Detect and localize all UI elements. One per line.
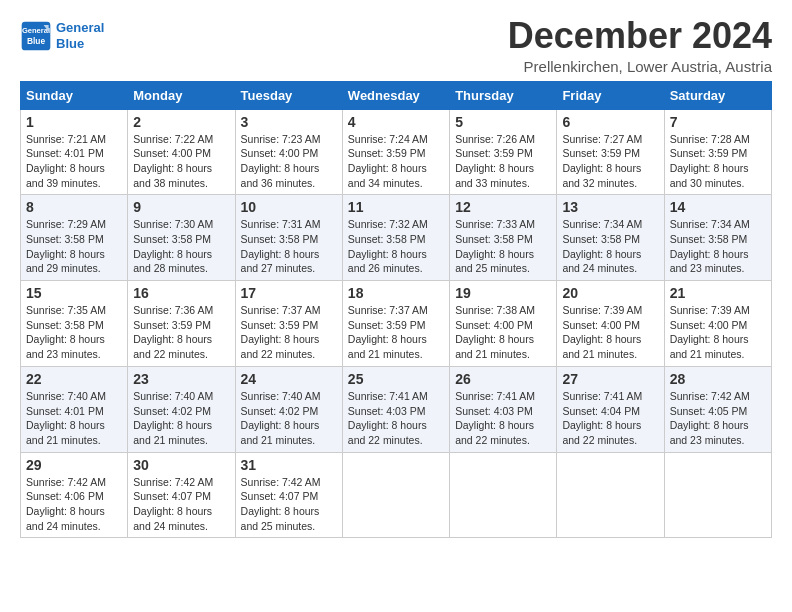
day-number: 11 [348,199,444,215]
day-info: Sunrise: 7:28 AMSunset: 3:59 PMDaylight:… [670,132,766,191]
weekday-header-monday: Monday [128,81,235,109]
day-number: 12 [455,199,551,215]
calendar-cell: 18Sunrise: 7:37 AMSunset: 3:59 PMDayligh… [342,281,449,367]
day-info: Sunrise: 7:42 AMSunset: 4:05 PMDaylight:… [670,389,766,448]
day-info: Sunrise: 7:40 AMSunset: 4:02 PMDaylight:… [241,389,337,448]
day-info: Sunrise: 7:34 AMSunset: 3:58 PMDaylight:… [562,217,658,276]
calendar-week-row: 29Sunrise: 7:42 AMSunset: 4:06 PMDayligh… [21,452,772,538]
day-info: Sunrise: 7:40 AMSunset: 4:02 PMDaylight:… [133,389,229,448]
calendar-cell: 13Sunrise: 7:34 AMSunset: 3:58 PMDayligh… [557,195,664,281]
calendar-cell: 25Sunrise: 7:41 AMSunset: 4:03 PMDayligh… [342,366,449,452]
day-number: 3 [241,114,337,130]
calendar-header: SundayMondayTuesdayWednesdayThursdayFrid… [21,81,772,109]
logo-icon: General Blue [20,20,52,52]
logo: General Blue General Blue [20,20,104,52]
calendar-cell [342,452,449,538]
title-block: December 2024 Prellenkirchen, Lower Aust… [508,16,772,75]
day-number: 24 [241,371,337,387]
day-info: Sunrise: 7:39 AMSunset: 4:00 PMDaylight:… [562,303,658,362]
day-info: Sunrise: 7:32 AMSunset: 3:58 PMDaylight:… [348,217,444,276]
day-number: 21 [670,285,766,301]
day-number: 10 [241,199,337,215]
day-number: 13 [562,199,658,215]
calendar-cell: 28Sunrise: 7:42 AMSunset: 4:05 PMDayligh… [664,366,771,452]
logo-text: General Blue [56,20,104,51]
day-number: 26 [455,371,551,387]
calendar-cell: 17Sunrise: 7:37 AMSunset: 3:59 PMDayligh… [235,281,342,367]
calendar-cell: 26Sunrise: 7:41 AMSunset: 4:03 PMDayligh… [450,366,557,452]
weekday-header-thursday: Thursday [450,81,557,109]
calendar-cell: 1Sunrise: 7:21 AMSunset: 4:01 PMDaylight… [21,109,128,195]
calendar-cell: 5Sunrise: 7:26 AMSunset: 3:59 PMDaylight… [450,109,557,195]
day-info: Sunrise: 7:35 AMSunset: 3:58 PMDaylight:… [26,303,122,362]
calendar-week-row: 22Sunrise: 7:40 AMSunset: 4:01 PMDayligh… [21,366,772,452]
day-info: Sunrise: 7:39 AMSunset: 4:00 PMDaylight:… [670,303,766,362]
day-info: Sunrise: 7:40 AMSunset: 4:01 PMDaylight:… [26,389,122,448]
day-number: 8 [26,199,122,215]
day-number: 16 [133,285,229,301]
calendar-week-row: 15Sunrise: 7:35 AMSunset: 3:58 PMDayligh… [21,281,772,367]
calendar-cell: 15Sunrise: 7:35 AMSunset: 3:58 PMDayligh… [21,281,128,367]
day-info: Sunrise: 7:29 AMSunset: 3:58 PMDaylight:… [26,217,122,276]
weekday-header-row: SundayMondayTuesdayWednesdayThursdayFrid… [21,81,772,109]
day-info: Sunrise: 7:22 AMSunset: 4:00 PMDaylight:… [133,132,229,191]
calendar-cell: 31Sunrise: 7:42 AMSunset: 4:07 PMDayligh… [235,452,342,538]
day-number: 31 [241,457,337,473]
page-header: General Blue General Blue December 2024 … [20,16,772,75]
calendar-title: December 2024 [508,16,772,56]
day-number: 29 [26,457,122,473]
calendar-cell: 21Sunrise: 7:39 AMSunset: 4:00 PMDayligh… [664,281,771,367]
day-info: Sunrise: 7:23 AMSunset: 4:00 PMDaylight:… [241,132,337,191]
calendar-body: 1Sunrise: 7:21 AMSunset: 4:01 PMDaylight… [21,109,772,538]
day-number: 18 [348,285,444,301]
day-info: Sunrise: 7:42 AMSunset: 4:07 PMDaylight:… [241,475,337,534]
day-info: Sunrise: 7:27 AMSunset: 3:59 PMDaylight:… [562,132,658,191]
calendar-cell: 2Sunrise: 7:22 AMSunset: 4:00 PMDaylight… [128,109,235,195]
day-info: Sunrise: 7:41 AMSunset: 4:03 PMDaylight:… [348,389,444,448]
day-number: 9 [133,199,229,215]
calendar-subtitle: Prellenkirchen, Lower Austria, Austria [508,58,772,75]
day-number: 17 [241,285,337,301]
day-info: Sunrise: 7:41 AMSunset: 4:04 PMDaylight:… [562,389,658,448]
day-number: 20 [562,285,658,301]
day-info: Sunrise: 7:42 AMSunset: 4:06 PMDaylight:… [26,475,122,534]
weekday-header-friday: Friday [557,81,664,109]
day-info: Sunrise: 7:34 AMSunset: 3:58 PMDaylight:… [670,217,766,276]
calendar-cell: 9Sunrise: 7:30 AMSunset: 3:58 PMDaylight… [128,195,235,281]
calendar-week-row: 1Sunrise: 7:21 AMSunset: 4:01 PMDaylight… [21,109,772,195]
calendar-cell [450,452,557,538]
day-info: Sunrise: 7:37 AMSunset: 3:59 PMDaylight:… [348,303,444,362]
calendar-cell: 19Sunrise: 7:38 AMSunset: 4:00 PMDayligh… [450,281,557,367]
day-info: Sunrise: 7:24 AMSunset: 3:59 PMDaylight:… [348,132,444,191]
day-number: 28 [670,371,766,387]
day-number: 2 [133,114,229,130]
day-info: Sunrise: 7:42 AMSunset: 4:07 PMDaylight:… [133,475,229,534]
day-number: 23 [133,371,229,387]
svg-text:Blue: Blue [27,36,46,46]
day-number: 22 [26,371,122,387]
day-info: Sunrise: 7:21 AMSunset: 4:01 PMDaylight:… [26,132,122,191]
calendar-table: SundayMondayTuesdayWednesdayThursdayFrid… [20,81,772,539]
weekday-header-tuesday: Tuesday [235,81,342,109]
calendar-cell: 30Sunrise: 7:42 AMSunset: 4:07 PMDayligh… [128,452,235,538]
day-info: Sunrise: 7:31 AMSunset: 3:58 PMDaylight:… [241,217,337,276]
calendar-cell [557,452,664,538]
calendar-cell: 16Sunrise: 7:36 AMSunset: 3:59 PMDayligh… [128,281,235,367]
calendar-cell: 14Sunrise: 7:34 AMSunset: 3:58 PMDayligh… [664,195,771,281]
day-info: Sunrise: 7:41 AMSunset: 4:03 PMDaylight:… [455,389,551,448]
calendar-cell: 23Sunrise: 7:40 AMSunset: 4:02 PMDayligh… [128,366,235,452]
day-number: 7 [670,114,766,130]
weekday-header-wednesday: Wednesday [342,81,449,109]
day-number: 1 [26,114,122,130]
day-number: 27 [562,371,658,387]
day-info: Sunrise: 7:26 AMSunset: 3:59 PMDaylight:… [455,132,551,191]
weekday-header-sunday: Sunday [21,81,128,109]
day-number: 14 [670,199,766,215]
calendar-cell: 10Sunrise: 7:31 AMSunset: 3:58 PMDayligh… [235,195,342,281]
day-info: Sunrise: 7:33 AMSunset: 3:58 PMDaylight:… [455,217,551,276]
day-number: 25 [348,371,444,387]
day-number: 4 [348,114,444,130]
calendar-cell: 24Sunrise: 7:40 AMSunset: 4:02 PMDayligh… [235,366,342,452]
day-number: 6 [562,114,658,130]
calendar-cell: 4Sunrise: 7:24 AMSunset: 3:59 PMDaylight… [342,109,449,195]
